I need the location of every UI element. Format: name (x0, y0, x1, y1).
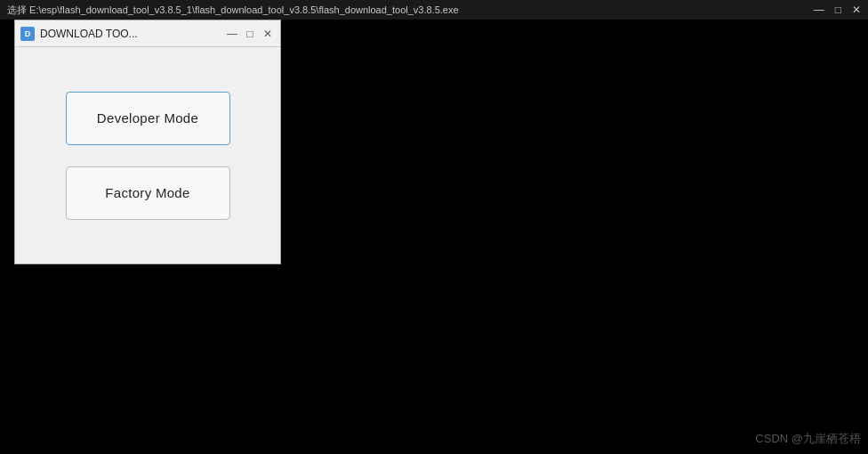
dialog-minimize-button[interactable]: — (225, 27, 239, 41)
dialog-window: D DOWNLOAD TOO... — □ ✕ Developer Mode F… (14, 20, 281, 264)
dialog-title-text: DOWNLOAD TOO... (40, 28, 225, 40)
os-maximize-button[interactable]: □ (835, 4, 841, 15)
dialog-title-bar: D DOWNLOAD TOO... — □ ✕ (15, 20, 280, 47)
os-title-bar: 选择 E:\esp\flash_download_tool_v3.8.5_1\f… (0, 0, 868, 20)
watermark: CSDN @九崖栖苍梧 (755, 431, 861, 447)
os-close-button[interactable]: ✕ (852, 4, 861, 15)
dialog-body: Developer Mode Factory Mode (15, 47, 280, 263)
dialog-title-controls: — □ ✕ (225, 27, 275, 41)
factory-mode-button[interactable]: Factory Mode (66, 166, 230, 220)
dialog-close-button[interactable]: ✕ (261, 27, 275, 41)
os-title-text: 选择 E:\esp\flash_download_tool_v3.8.5_1\f… (7, 4, 814, 17)
os-title-controls: — □ ✕ (814, 4, 861, 15)
dialog-icon: D (20, 27, 35, 41)
dialog-icon-label: D (25, 29, 31, 38)
developer-mode-button[interactable]: Developer Mode (66, 92, 230, 145)
os-minimize-button[interactable]: — (814, 4, 824, 15)
dialog-maximize-button[interactable]: □ (243, 27, 257, 41)
